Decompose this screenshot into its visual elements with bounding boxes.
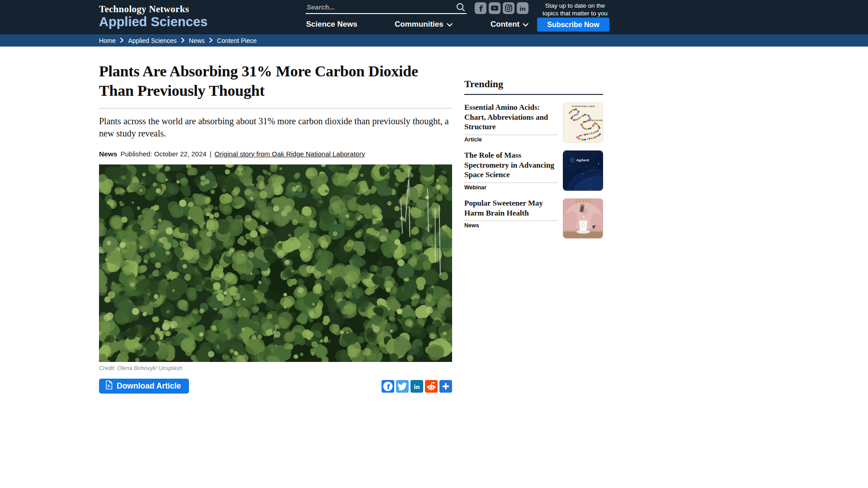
byline-divider: |	[210, 150, 212, 158]
chevron-right-icon	[120, 37, 124, 45]
article-actions: Download Article f	[99, 379, 452, 394]
breadcrumb-home[interactable]: Home	[99, 37, 116, 44]
breadcrumb-bar: Home Applied Sciences News Content Piece	[0, 34, 868, 47]
pdf-icon	[105, 380, 113, 392]
trending-item-type: Article	[464, 136, 558, 143]
trending-thumb-agilent-webinar[interactable]	[563, 150, 603, 191]
share-linkedin-icon[interactable]: in	[410, 380, 423, 393]
share-row: f in	[382, 380, 452, 393]
instagram-icon[interactable]	[503, 2, 514, 14]
trending-item-divider	[464, 135, 558, 135]
trending-thumb-amino-acids[interactable]	[563, 103, 603, 143]
article-main-column: Plants Are Absorbing 31% More Carbon Dio…	[99, 47, 452, 394]
article-byline: News Published: October 22, 2024 | Origi…	[99, 150, 452, 158]
trending-thumb-sweetener[interactable]	[563, 198, 603, 239]
nav-item-communities[interactable]: Communities	[395, 20, 453, 29]
trending-item: Essential Amino Acids: Chart, Abbreviati…	[464, 103, 603, 143]
trending-item-type: News	[464, 222, 558, 229]
chevron-down-icon	[523, 20, 528, 29]
share-more-icon[interactable]	[439, 380, 452, 393]
search-icon[interactable]	[456, 2, 466, 14]
trending-item-title[interactable]: Popular Sweetener May Harm Brain Health	[464, 198, 558, 218]
article-source-link[interactable]: Original story from Oak Ridge National L…	[215, 150, 365, 158]
header-social-links: f in	[475, 2, 528, 14]
breadcrumb-content-piece: Content Piece	[217, 37, 257, 44]
article-image	[99, 164, 452, 362]
share-facebook-icon[interactable]: f	[382, 380, 394, 393]
article-published-date: Published: October 22, 2024	[121, 150, 207, 158]
article-image-credit: Credit: Olena Bohovyk/ Unsplash	[99, 365, 452, 371]
svg-text:in: in	[414, 384, 420, 390]
header-tagline: Stay up to date on the topics that matte…	[540, 2, 610, 17]
search-bar	[306, 0, 467, 14]
site-header: Technology Networks Applied Sciences f	[0, 0, 868, 34]
svg-text:in: in	[519, 5, 526, 12]
brand-name: Technology Networks	[99, 4, 208, 14]
article-lede: Plants across the world are absorbing ab…	[99, 115, 452, 140]
subscribe-button[interactable]: Subscribe Now	[537, 18, 609, 32]
article-figure: Credit: Olena Bohovyk/ Unsplash	[99, 164, 452, 371]
brand-subtitle: Applied Sciences	[99, 15, 208, 29]
chevron-down-icon	[447, 20, 453, 29]
site-logo[interactable]: Technology Networks Applied Sciences	[99, 4, 208, 29]
trending-item-type: Webinar	[464, 184, 558, 191]
search-input[interactable]	[306, 0, 448, 12]
nav-item-science-news[interactable]: Science News	[306, 20, 357, 29]
breadcrumb-applied-sciences[interactable]: Applied Sciences	[128, 37, 176, 44]
title-divider	[99, 108, 452, 108]
article-category: News	[99, 150, 118, 158]
youtube-icon[interactable]	[489, 2, 500, 14]
trending-item-title[interactable]: The Role of Mass Spectrometry in Advanci…	[464, 150, 558, 180]
trending-item-divider	[464, 183, 558, 183]
article-title: Plants Are Absorbing 31% More Carbon Dio…	[99, 61, 448, 100]
share-twitter-icon[interactable]	[396, 380, 409, 393]
svg-text:f: f	[387, 383, 390, 391]
trending-item-title[interactable]: Essential Amino Acids: Chart, Abbreviati…	[464, 103, 558, 132]
trending-heading: Trending	[464, 78, 603, 95]
trending-item-divider	[464, 221, 558, 221]
chevron-right-icon	[209, 37, 213, 45]
nav-item-content[interactable]: Content	[491, 20, 528, 29]
share-reddit-icon[interactable]	[425, 380, 438, 393]
facebook-icon[interactable]: f	[475, 2, 486, 14]
trending-item: Popular Sweetener May Harm Brain Health …	[464, 198, 603, 239]
linkedin-icon[interactable]: in	[517, 2, 528, 14]
breadcrumb-news[interactable]: News	[189, 37, 205, 44]
chevron-right-icon	[181, 37, 185, 45]
svg-text:f: f	[479, 4, 483, 14]
trending-sidebar: Trending Essential Amino Acids: Chart, A…	[464, 47, 603, 239]
breadcrumb: Home Applied Sciences News Content Piece	[99, 34, 609, 47]
trending-item: The Role of Mass Spectrometry in Advanci…	[464, 150, 603, 191]
download-article-button[interactable]: Download Article	[99, 379, 189, 394]
